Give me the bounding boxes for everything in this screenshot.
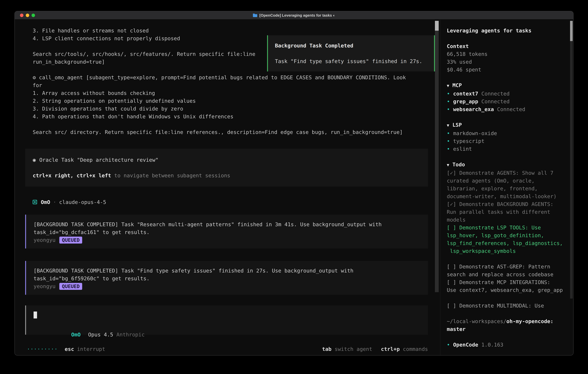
interrupt-label: interrupt xyxy=(77,345,105,353)
workspace-repo: oh-my-opencode: xyxy=(506,318,553,324)
zoom-button[interactable] xyxy=(32,14,35,17)
todo-item-multimodal: [ ] Demonstrate MULTIMODAL: Use xyxy=(447,302,573,310)
close-button[interactable] xyxy=(20,14,23,17)
message-text: [BACKGROUND TASK COMPLETED] Task "Find t… xyxy=(33,267,420,282)
commands-label: commands xyxy=(403,346,428,352)
mcp-server-name: context7 xyxy=(453,91,478,97)
status-left: ········· esc interrupt xyxy=(25,345,105,353)
context-spent: $0.46 spent xyxy=(447,66,573,73)
mcp-server-status: Connected xyxy=(481,91,510,97)
lsp-server-name: typescript xyxy=(453,138,484,144)
titlebar[interactable]: [OpenCode] Leveraging agents for tasks ◐ xyxy=(15,11,573,20)
folder-icon xyxy=(253,13,257,17)
input-model: Opus 4.5 xyxy=(88,332,113,338)
bullet-icon: • xyxy=(447,106,450,112)
context-used: 33% used xyxy=(447,58,573,66)
lsp-item: •typescript xyxy=(447,137,573,145)
bullet-icon: • xyxy=(447,98,450,104)
navigation-hint: ctrl+x right, ctrl+x left to navigate be… xyxy=(33,172,420,179)
mcp-server-status: Connected xyxy=(497,106,525,112)
todo-section-header[interactable]: ▼Todo xyxy=(447,161,573,169)
message-text: [BACKGROUND TASK COMPLETED] Task "Resear… xyxy=(33,220,420,236)
queued-badge: QUEUED xyxy=(59,237,82,243)
fisheye-icon: ◉ xyxy=(33,157,36,163)
input-agent-name: OmO xyxy=(71,332,81,338)
input-provider: Anthropic xyxy=(116,332,145,338)
workspace-path-prefix: ~/local-workspaces/ xyxy=(447,318,506,324)
workspace-branch: master xyxy=(447,325,573,333)
sidebar-scrollbar[interactable] xyxy=(570,21,573,299)
workspace-path: ~/local-workspaces/oh-my-opencode: xyxy=(447,317,573,325)
todo-item-agents: [✓] Demonstrate AGENTS: Show all 7 curat… xyxy=(447,169,573,200)
oracle-task-title: Oracle Task "Deep architecture review" xyxy=(39,157,158,163)
commands-hint: ctrl+p commands xyxy=(381,345,428,353)
window-content: 3. File handles or streams not closed 4.… xyxy=(15,20,573,355)
separator-dot: · xyxy=(53,198,56,206)
bullet-icon: • xyxy=(447,342,450,348)
message-author: yeongyu xyxy=(33,236,56,244)
session-title: Leveraging agents for tasks xyxy=(447,27,573,34)
app-version-row: •OpenCode1.0.163 xyxy=(447,341,573,349)
oracle-spacer xyxy=(33,164,420,172)
input-meta: OmOOpus 4.5Anthropic xyxy=(33,323,420,331)
bullet-icon: • xyxy=(447,138,450,144)
switch-agent-label: switch agent xyxy=(335,346,372,352)
sidebar-scrollbar-thumb[interactable] xyxy=(570,21,573,41)
mcp-heading: MCP xyxy=(452,82,462,88)
minimize-button[interactable] xyxy=(26,14,29,17)
message-author: yeongyu xyxy=(33,282,56,290)
esc-key-hint: esc xyxy=(65,345,74,353)
lsp-server-name: eslint xyxy=(453,146,472,152)
navigation-hint-keys: ctrl+x right, ctrl+x left xyxy=(33,172,111,178)
switch-agent-hint: tab switch agent xyxy=(322,345,372,353)
mcp-server-status: Connected xyxy=(481,98,510,104)
message-card: [BACKGROUND TASK COMPLETED] Task "Find t… xyxy=(25,261,428,295)
mcp-item: •context7Connected xyxy=(447,90,573,97)
todo-item-lsp-tools: [ ] Demonstrate LSP TOOLS: Use lsp_hover… xyxy=(447,224,573,255)
app-name: OpenCode xyxy=(453,342,478,348)
app-version: 1.0.163 xyxy=(481,342,503,348)
message-meta: yeongyu QUEUED xyxy=(33,282,420,290)
window-title: [OpenCode] Leveraging agents for tasks ◐ xyxy=(253,13,335,18)
toast-body: Task "Find type safety issues" finished … xyxy=(275,57,427,65)
spinner-dots: ········· xyxy=(27,345,58,353)
sidebar: Leveraging agents for tasks Context 66,5… xyxy=(440,20,573,355)
agent-name: OmO xyxy=(41,198,50,206)
main-scrollbar[interactable] xyxy=(435,21,439,292)
todo-item-background-agents: [✓] Demonstrate BACKGROUND AGENTS: Run p… xyxy=(447,200,573,224)
todo-item-mcp-integrations: [ ] Demonstrate MCP INTEGRATIONS: Use co… xyxy=(447,278,573,294)
mcp-server-name: websearch_exa xyxy=(453,106,494,112)
lsp-server-name: markdown-oxide xyxy=(453,130,497,136)
text-cursor xyxy=(33,312,37,319)
lsp-section-header[interactable]: ▼LSP xyxy=(447,121,573,129)
message-card: [BACKGROUND TASK COMPLETED] Task "Resear… xyxy=(25,215,428,249)
mcp-item: •websearch_exaConnected xyxy=(447,105,573,113)
queued-badge: QUEUED xyxy=(59,283,82,290)
agent-checkbox-icon xyxy=(33,200,37,204)
main-scrollbar-thumb[interactable] xyxy=(435,21,439,31)
todo-heading: Todo xyxy=(452,161,465,167)
bullet-icon: • xyxy=(447,146,450,152)
context-tokens: 66,518 tokens xyxy=(447,50,573,58)
collapse-triangle-icon: ▼ xyxy=(447,163,449,167)
mcp-server-name: grep_app xyxy=(453,98,478,104)
agent-model: claude-opus-4-5 xyxy=(59,198,106,206)
window-controls xyxy=(20,14,35,17)
agent-row: OmO · claude-opus-4-5 xyxy=(33,198,440,206)
lsp-item: •markdown-oxide xyxy=(447,129,573,137)
navigation-hint-text: to navigate between subagent sessions xyxy=(111,172,230,178)
toast-title: Background Task Completed xyxy=(275,42,427,50)
tab-key-hint: tab xyxy=(322,346,331,352)
window-title-text: [OpenCode] Leveraging agents for tasks ◐ xyxy=(259,13,335,18)
ctrlp-key-hint: ctrl+p xyxy=(381,346,400,352)
collapse-triangle-icon: ▼ xyxy=(447,83,449,88)
todo-item-ast-grep: [ ] Demonstrate AST-GREP: Pattern search… xyxy=(447,263,573,278)
prompt-input[interactable]: OmOOpus 4.5Anthropic xyxy=(25,305,428,335)
lsp-heading: LSP xyxy=(452,122,462,128)
mcp-section-header[interactable]: ▼MCP xyxy=(447,81,573,90)
bullet-icon: • xyxy=(447,130,450,136)
bullet-icon: • xyxy=(447,91,450,97)
toast-spacer xyxy=(275,50,427,57)
oracle-task-panel: ◉Oracle Task "Deep architecture review" … xyxy=(25,149,428,187)
oracle-task-title-row: ◉Oracle Task "Deep architecture review" xyxy=(33,156,420,164)
